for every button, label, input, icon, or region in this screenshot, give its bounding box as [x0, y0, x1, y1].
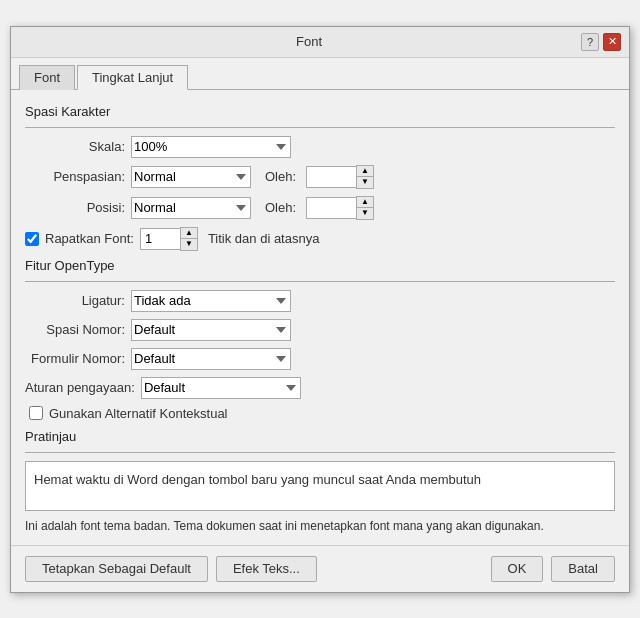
- rapatkan-row: Rapatkan Font: ▲ ▼ Titik dan di atasnya: [25, 227, 615, 251]
- oleh1-label: Oleh:: [265, 169, 296, 184]
- tab-bar: Font Tingkat Lanjut: [11, 58, 629, 90]
- gunakan-row: Gunakan Alternatif Kontekstual: [29, 406, 615, 421]
- spasi-karakter-title: Spasi Karakter: [25, 104, 615, 119]
- gunakan-checkbox[interactable]: [29, 406, 43, 420]
- spasi-karakter-section: Spasi Karakter Skala: 100% 150% 90% 80% …: [25, 104, 615, 251]
- skala-row: Skala: 100% 150% 90% 80%: [25, 136, 615, 158]
- rapatkan-spinner: ▲ ▼: [140, 227, 198, 251]
- rapatkan-input[interactable]: [140, 228, 180, 250]
- help-button[interactable]: ?: [581, 33, 599, 51]
- oleh2-down-button[interactable]: ▼: [357, 208, 373, 219]
- ligatur-select[interactable]: Tidak ada Ligatur Standar Saja Semua Kec…: [131, 290, 291, 312]
- default-button[interactable]: Tetapkan Sebagai Default: [25, 556, 208, 582]
- skala-select[interactable]: 100% 150% 90% 80%: [131, 136, 291, 158]
- posisi-select[interactable]: Normal Ditinggikan Diturunkan: [131, 197, 251, 219]
- batal-button[interactable]: Batal: [551, 556, 615, 582]
- oleh1-down-button[interactable]: ▼: [357, 177, 373, 188]
- oleh1-input[interactable]: [306, 166, 356, 188]
- oleh2-input[interactable]: [306, 197, 356, 219]
- fitur-opentype-section: Fitur OpenType Ligatur: Tidak ada Ligatu…: [25, 258, 615, 421]
- dialog-title: Font: [37, 34, 581, 49]
- oleh2-up-button[interactable]: ▲: [357, 197, 373, 208]
- font-dialog: Font ? ✕ Font Tingkat Lanjut Spasi Karak…: [10, 26, 630, 593]
- formulir-nomor-row: Formulir Nomor: Default Lining Oldstyle: [25, 348, 615, 370]
- aturan-pengayaan-label: Aturan pengayaan:: [25, 380, 135, 395]
- tab-tingkat-lanjut[interactable]: Tingkat Lanjut: [77, 65, 188, 90]
- ligatur-label: Ligatur:: [25, 293, 125, 308]
- spasi-nomor-row: Spasi Nomor: Default Proporsional Tabula…: [25, 319, 615, 341]
- spasi-nomor-select[interactable]: Default Proporsional Tabular: [131, 319, 291, 341]
- oleh1-up-button[interactable]: ▲: [357, 166, 373, 177]
- dialog-footer: Tetapkan Sebagai Default Efek Teks... OK…: [11, 545, 629, 592]
- aturan-pengayaan-row: Aturan pengayaan: Default Gaya 1 Gaya 2: [25, 377, 615, 399]
- penspasian-select[interactable]: Normal Diperluas Dikondensasi: [131, 166, 251, 188]
- gunakan-label[interactable]: Gunakan Alternatif Kontekstual: [49, 406, 228, 421]
- oleh2-spinner-buttons: ▲ ▼: [356, 196, 374, 220]
- ligatur-row: Ligatur: Tidak ada Ligatur Standar Saja …: [25, 290, 615, 312]
- aturan-pengayaan-select[interactable]: Default Gaya 1 Gaya 2: [141, 377, 301, 399]
- rapatkan-label[interactable]: Rapatkan Font:: [45, 231, 134, 246]
- posisi-label: Posisi:: [25, 200, 125, 215]
- ok-button[interactable]: OK: [491, 556, 544, 582]
- skala-label: Skala:: [25, 139, 125, 154]
- pratinjau-title: Pratinjau: [25, 429, 615, 444]
- rapatkan-up-button[interactable]: ▲: [181, 228, 197, 239]
- formulir-nomor-select[interactable]: Default Lining Oldstyle: [131, 348, 291, 370]
- footer-right: OK Batal: [491, 556, 615, 582]
- oleh2-spinner: ▲ ▼: [306, 196, 374, 220]
- titik-label: Titik dan di atasnya: [208, 231, 320, 246]
- footer-left: Tetapkan Sebagai Default Efek Teks...: [25, 556, 483, 582]
- preview-box: Hemat waktu di Word dengan tombol baru y…: [25, 461, 615, 511]
- penspasian-row: Penspasian: Normal Diperluas Dikondensas…: [25, 165, 615, 189]
- oleh1-spinner: ▲ ▼: [306, 165, 374, 189]
- title-bar: Font ? ✕: [11, 27, 629, 58]
- fitur-opentype-title: Fitur OpenType: [25, 258, 615, 273]
- rapatkan-down-button[interactable]: ▼: [181, 239, 197, 250]
- rapatkan-spinner-buttons: ▲ ▼: [180, 227, 198, 251]
- tab-font[interactable]: Font: [19, 65, 75, 90]
- oleh1-spinner-buttons: ▲ ▼: [356, 165, 374, 189]
- oleh2-label: Oleh:: [265, 200, 296, 215]
- spasi-nomor-label: Spasi Nomor:: [25, 322, 125, 337]
- formulir-nomor-label: Formulir Nomor:: [25, 351, 125, 366]
- close-button[interactable]: ✕: [603, 33, 621, 51]
- efek-teks-button[interactable]: Efek Teks...: [216, 556, 317, 582]
- pratinjau-section: Pratinjau Hemat waktu di Word dengan tom…: [25, 429, 615, 535]
- posisi-row: Posisi: Normal Ditinggikan Diturunkan Ol…: [25, 196, 615, 220]
- dialog-content: Spasi Karakter Skala: 100% 150% 90% 80% …: [11, 90, 629, 545]
- penspasian-label: Penspasian:: [25, 169, 125, 184]
- rapatkan-checkbox[interactable]: [25, 232, 39, 246]
- preview-note: Ini adalah font tema badan. Tema dokumen…: [25, 517, 615, 535]
